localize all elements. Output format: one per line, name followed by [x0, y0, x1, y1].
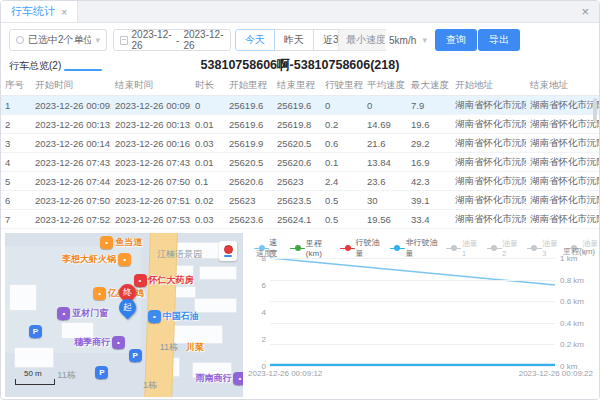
legend-item[interactable]: 行驶油量 — [340, 237, 382, 259]
table-cell: 39.1 — [407, 195, 451, 206]
legend-item[interactable]: 里程(km) — [290, 238, 332, 258]
poi-marker[interactable]: 雨南商行• — [195, 372, 243, 385]
parking-marker-icon[interactable]: P — [129, 349, 142, 362]
table-cell: 29.2 — [407, 138, 451, 149]
y-left-tick: 2 — [262, 335, 270, 344]
date-start: 2023-12-26 — [132, 29, 173, 51]
poi-marker[interactable]: 李想大虾火锅• — [62, 253, 131, 266]
legend-label: 油量1 — [462, 238, 479, 258]
table-header-row: 序号开始时间结束时间时长开始里程结束里程行驶里程平均速度最大速度开始地址结束地址 — [1, 76, 600, 96]
poi-marker[interactable]: •亚材门窗 — [57, 307, 108, 320]
poi-marker[interactable]: •鱼当道 — [100, 236, 142, 249]
column-header[interactable]: 开始里程 — [225, 79, 273, 92]
table-cell: 0.1 — [321, 157, 363, 168]
table-cell: 19.56 — [363, 214, 407, 225]
gridline — [270, 258, 555, 259]
parking-marker-icon[interactable]: P — [29, 325, 42, 338]
parking-marker-icon[interactable]: P — [95, 366, 108, 379]
table-row[interactable]: 22023-12-26 00:13:022023-12-26 00:13:510… — [1, 115, 600, 134]
series-速度 — [270, 258, 555, 285]
column-header[interactable]: 结束地址 — [526, 79, 600, 92]
table-cell: 25619.6 — [225, 119, 273, 130]
column-header[interactable]: 开始时间 — [31, 79, 111, 92]
table-row[interactable]: 32023-12-26 00:14:382023-12-26 00:16:180… — [1, 134, 600, 153]
tab-label: 行车统计 — [11, 4, 55, 19]
chart-panel: 速度里程(km)行驶油量非行驶油量油量1油量2油量3油量4 速度 里程(km) … — [246, 233, 599, 399]
table-row[interactable]: 62023-12-26 07:50:302023-12-26 07:51:300… — [1, 191, 600, 210]
poi-label: 雨南商行 — [195, 372, 231, 385]
column-header[interactable]: 时长 — [191, 79, 225, 92]
chart-legend: 速度里程(km)行驶油量非行驶油量油量1油量2油量3油量4 — [254, 237, 599, 259]
poi-label: 怀仁大药房 — [149, 274, 194, 287]
column-header[interactable]: 平均速度 — [363, 79, 407, 92]
column-header[interactable]: 最大速度 — [407, 79, 451, 92]
table-cell: 0 — [191, 100, 225, 111]
query-button[interactable]: 查询 — [435, 29, 477, 51]
table-cell: 0.5 — [321, 214, 363, 225]
subtab-underline — [64, 69, 102, 71]
table-cell: 2023-12-26 07:52:00 — [31, 214, 111, 225]
poi-pin-icon: • — [118, 253, 131, 266]
table-row[interactable]: 42023-12-26 07:43:222023-12-26 07:43:480… — [1, 153, 600, 172]
poi-label[interactable]: 川菜 — [186, 341, 204, 354]
close-icon[interactable]: × — [581, 4, 589, 19]
tab-driving-overview[interactable]: 行车总览(2) — [9, 59, 61, 73]
table-cell: 25624.1 — [273, 214, 321, 225]
table-cell: 2.4 — [321, 176, 363, 187]
map-panel[interactable]: •鱼当道李想大虾火锅•江楠语景园•怀仁大药房•亿柴火鸡•亚材门窗•中国石油穗季商… — [5, 233, 243, 397]
table-cell: 湖南省怀化市沅陵县沅... — [526, 156, 600, 169]
unit-select-value: 已选中2个单位 — [28, 33, 91, 47]
unit-select[interactable]: 已选中2个单位 ▾ — [9, 29, 107, 51]
table-cell: 2023-12-26 00:14:38 — [31, 138, 111, 149]
table-cell: 0.02 — [191, 195, 225, 206]
table-row[interactable]: 12023-12-26 00:09:122023-12-26 00:09:250… — [1, 96, 600, 115]
column-header[interactable]: 序号 — [1, 79, 31, 92]
table-cell: 42.3 — [407, 176, 451, 187]
table-row[interactable]: 52023-12-26 07:44:032023-12-26 07:50:090… — [1, 172, 600, 191]
map-area-label: 11栋 — [160, 341, 178, 354]
table-cell: 0.01 — [191, 119, 225, 130]
date-range-picker[interactable]: 2023-12-26 - 2023-12-26 — [113, 29, 231, 51]
table-cell: 1 — [1, 100, 31, 111]
table-cell: 2023-12-26 07:43:22 — [31, 157, 111, 168]
poi-marker[interactable]: 穗季商行• — [74, 336, 125, 349]
poi-marker[interactable]: •中国石油 — [148, 310, 199, 323]
min-speed-select[interactable]: 5km/h ▾ — [385, 29, 431, 51]
column-header[interactable]: 结束时间 — [111, 79, 191, 92]
table-cell: 湖南省怀化市沅陵县沅... — [526, 175, 600, 188]
gridline — [270, 280, 555, 281]
table-row[interactable]: 72023-12-26 07:52:002023-12-26 07:53:320… — [1, 210, 600, 229]
column-header[interactable]: 结束里程 — [273, 79, 321, 92]
tab-close-icon[interactable]: × — [61, 6, 67, 18]
table-cell: 2023-12-26 00:09:12 — [31, 100, 111, 111]
map-area-label: 江楠语景园 — [157, 248, 202, 261]
table-cell: 0.03 — [191, 214, 225, 225]
x-axis-start-label: 2023-12-26 00:09:12 — [248, 369, 322, 378]
table-cell: 2023-12-26 07:50:30 — [31, 195, 111, 206]
table-cell: 湖南省怀化市沅陵县沅... — [526, 194, 600, 207]
quick-range-button[interactable]: 昨天 — [274, 29, 314, 51]
traffic-layer-control[interactable] — [219, 241, 237, 261]
legend-item[interactable]: 油量1 — [446, 238, 478, 258]
summary-header: 53810758606啊-53810758606(218) 行车总览(2) — [1, 57, 599, 75]
poi-label: 李想大虾火锅 — [62, 253, 116, 266]
table-cell: 0 — [363, 100, 407, 111]
table-cell: 25620.5 — [225, 157, 273, 168]
column-header[interactable]: 开始地址 — [451, 79, 526, 92]
export-button[interactable]: 导出 — [478, 29, 520, 51]
tab-driving-statistics[interactable]: 行车统计 × — [1, 1, 78, 22]
table-cell: 7.9 — [407, 100, 451, 111]
table-cell: 5 — [1, 176, 31, 187]
poi-pin-icon: • — [57, 307, 70, 320]
poi-marker[interactable]: •怀仁大药房 — [134, 274, 194, 287]
poi-pin-icon: • — [233, 372, 243, 385]
legend-item[interactable]: 非行驶油量 — [390, 237, 438, 259]
table-cell: 25619.8 — [273, 119, 321, 130]
table-cell: 湖南省怀化市沅陵县沅... — [526, 213, 600, 226]
table-scrollbar-thumb[interactable] — [593, 98, 597, 122]
table-cell: 2023-12-26 00:13:51 — [111, 119, 191, 130]
quick-range-button[interactable]: 今天 — [235, 29, 275, 51]
expand-icon[interactable]: › — [328, 33, 332, 45]
column-header[interactable]: 行驶里程 — [321, 79, 363, 92]
legend-item[interactable]: 油量2 — [487, 238, 519, 258]
